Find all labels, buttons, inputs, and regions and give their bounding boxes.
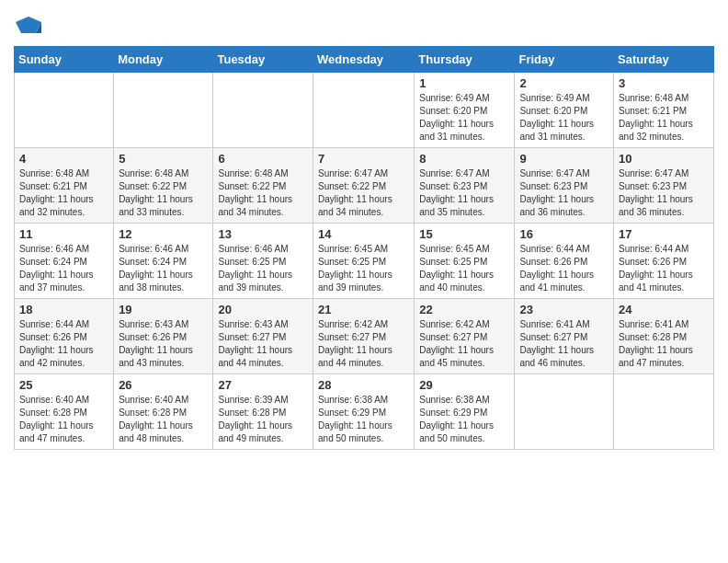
calendar-cell: 16Sunrise: 6:44 AM Sunset: 6:26 PM Dayli… [515,224,614,299]
calendar-cell: 27Sunrise: 6:39 AM Sunset: 6:28 PM Dayli… [213,374,313,450]
day-number: 12 [119,227,208,241]
week-row-5: 25Sunrise: 6:40 AM Sunset: 6:28 PM Dayli… [15,374,714,450]
day-header-saturday: Saturday [614,47,714,73]
day-number: 10 [619,152,709,166]
calendar-cell: 4Sunrise: 6:48 AM Sunset: 6:21 PM Daylig… [15,148,114,224]
day-info: Sunrise: 6:46 AM Sunset: 6:24 PM Dayligh… [119,243,208,294]
day-info: Sunrise: 6:44 AM Sunset: 6:26 PM Dayligh… [619,243,709,294]
day-info: Sunrise: 6:42 AM Sunset: 6:27 PM Dayligh… [419,318,509,370]
day-info: Sunrise: 6:38 AM Sunset: 6:29 PM Dayligh… [419,394,509,445]
calendar-cell: 7Sunrise: 6:47 AM Sunset: 6:22 PM Daylig… [313,148,415,224]
day-number: 13 [218,227,308,241]
calendar-cell: 10Sunrise: 6:47 AM Sunset: 6:23 PM Dayli… [614,148,714,224]
day-number: 29 [419,378,509,392]
day-info: Sunrise: 6:47 AM Sunset: 6:22 PM Dayligh… [318,167,409,219]
week-row-3: 11Sunrise: 6:46 AM Sunset: 6:24 PM Dayli… [15,224,714,299]
day-number: 4 [19,152,108,166]
day-info: Sunrise: 6:48 AM Sunset: 6:21 PM Dayligh… [619,92,709,144]
day-info: Sunrise: 6:47 AM Sunset: 6:23 PM Dayligh… [619,167,709,219]
calendar-cell: 14Sunrise: 6:45 AM Sunset: 6:25 PM Dayli… [313,224,415,299]
calendar-cell: 17Sunrise: 6:44 AM Sunset: 6:26 PM Dayli… [614,224,714,299]
day-info: Sunrise: 6:48 AM Sunset: 6:21 PM Dayligh… [19,167,108,219]
day-number: 28 [318,378,409,392]
day-info: Sunrise: 6:40 AM Sunset: 6:28 PM Dayligh… [119,394,208,445]
day-number: 15 [419,227,509,241]
day-info: Sunrise: 6:49 AM Sunset: 6:20 PM Dayligh… [519,92,609,144]
calendar-cell: 23Sunrise: 6:41 AM Sunset: 6:27 PM Dayli… [515,299,614,374]
calendar-cell: 24Sunrise: 6:41 AM Sunset: 6:28 PM Dayli… [614,299,714,374]
calendar-cell: 8Sunrise: 6:47 AM Sunset: 6:23 PM Daylig… [415,148,515,224]
day-number: 17 [619,227,709,241]
day-info: Sunrise: 6:41 AM Sunset: 6:27 PM Dayligh… [519,318,609,370]
day-number: 11 [19,227,108,241]
day-header-wednesday: Wednesday [313,47,415,73]
header [14,9,714,39]
calendar-cell: 3Sunrise: 6:48 AM Sunset: 6:21 PM Daylig… [614,73,714,148]
day-number: 20 [218,303,308,316]
day-info: Sunrise: 6:48 AM Sunset: 6:22 PM Dayligh… [119,167,208,219]
week-row-1: 1Sunrise: 6:49 AM Sunset: 6:20 PM Daylig… [15,73,714,148]
day-info: Sunrise: 6:45 AM Sunset: 6:25 PM Dayligh… [318,243,409,294]
day-header-sunday: Sunday [15,47,114,73]
calendar-cell: 25Sunrise: 6:40 AM Sunset: 6:28 PM Dayli… [15,374,114,450]
day-info: Sunrise: 6:47 AM Sunset: 6:23 PM Dayligh… [419,167,509,219]
day-info: Sunrise: 6:41 AM Sunset: 6:28 PM Dayligh… [619,318,709,370]
day-info: Sunrise: 6:38 AM Sunset: 6:29 PM Dayligh… [318,394,409,445]
calendar-cell: 13Sunrise: 6:46 AM Sunset: 6:25 PM Dayli… [213,224,313,299]
day-info: Sunrise: 6:49 AM Sunset: 6:20 PM Dayligh… [419,92,509,144]
day-number: 14 [318,227,409,241]
calendar-cell: 19Sunrise: 6:43 AM Sunset: 6:26 PM Dayli… [114,299,213,374]
day-header-thursday: Thursday [415,47,515,73]
logo-icon [16,13,41,39]
day-info: Sunrise: 6:40 AM Sunset: 6:28 PM Dayligh… [19,394,108,445]
calendar-cell: 28Sunrise: 6:38 AM Sunset: 6:29 PM Dayli… [313,374,415,450]
day-number: 26 [119,378,208,392]
day-info: Sunrise: 6:48 AM Sunset: 6:22 PM Dayligh… [218,167,308,219]
calendar-cell: 2Sunrise: 6:49 AM Sunset: 6:20 PM Daylig… [515,73,614,148]
day-number: 7 [318,152,409,166]
day-info: Sunrise: 6:39 AM Sunset: 6:28 PM Dayligh… [218,394,308,445]
day-number: 3 [619,76,709,90]
calendar-cell: 11Sunrise: 6:46 AM Sunset: 6:24 PM Dayli… [15,224,114,299]
week-row-2: 4Sunrise: 6:48 AM Sunset: 6:21 PM Daylig… [15,148,714,224]
day-info: Sunrise: 6:43 AM Sunset: 6:27 PM Dayligh… [218,318,308,370]
calendar-cell: 29Sunrise: 6:38 AM Sunset: 6:29 PM Dayli… [415,374,515,450]
day-number: 9 [519,152,609,166]
calendar-cell: 15Sunrise: 6:45 AM Sunset: 6:25 PM Dayli… [415,224,515,299]
calendar-cell: 20Sunrise: 6:43 AM Sunset: 6:27 PM Dayli… [213,299,313,374]
calendar-cell: 18Sunrise: 6:44 AM Sunset: 6:26 PM Dayli… [15,299,114,374]
calendar-cell [614,374,714,450]
day-number: 25 [19,378,108,392]
day-number: 5 [119,152,208,166]
logo [14,13,41,39]
calendar-cell: 26Sunrise: 6:40 AM Sunset: 6:28 PM Dayli… [114,374,213,450]
calendar-cell: 21Sunrise: 6:42 AM Sunset: 6:27 PM Dayli… [313,299,415,374]
day-header-tuesday: Tuesday [213,47,313,73]
day-info: Sunrise: 6:45 AM Sunset: 6:25 PM Dayligh… [419,243,509,294]
day-header-monday: Monday [114,47,213,73]
week-row-4: 18Sunrise: 6:44 AM Sunset: 6:26 PM Dayli… [15,299,714,374]
day-number: 22 [419,303,509,316]
day-number: 18 [19,303,108,316]
calendar-cell [313,73,415,148]
day-info: Sunrise: 6:46 AM Sunset: 6:25 PM Dayligh… [218,243,308,294]
day-number: 16 [519,227,609,241]
day-header-friday: Friday [515,47,614,73]
calendar-cell: 6Sunrise: 6:48 AM Sunset: 6:22 PM Daylig… [213,148,313,224]
day-number: 6 [218,152,308,166]
calendar-cell: 5Sunrise: 6:48 AM Sunset: 6:22 PM Daylig… [114,148,213,224]
calendar-cell [114,73,213,148]
calendar-table: SundayMondayTuesdayWednesdayThursdayFrid… [14,46,714,450]
day-number: 8 [419,152,509,166]
calendar-cell [15,73,114,148]
calendar-cell: 9Sunrise: 6:47 AM Sunset: 6:23 PM Daylig… [515,148,614,224]
day-info: Sunrise: 6:44 AM Sunset: 6:26 PM Dayligh… [519,243,609,294]
day-number: 2 [519,76,609,90]
day-info: Sunrise: 6:46 AM Sunset: 6:24 PM Dayligh… [19,243,108,294]
day-number: 21 [318,303,409,316]
day-info: Sunrise: 6:44 AM Sunset: 6:26 PM Dayligh… [19,318,108,370]
day-number: 27 [218,378,308,392]
calendar-cell: 22Sunrise: 6:42 AM Sunset: 6:27 PM Dayli… [415,299,515,374]
day-number: 19 [119,303,208,316]
calendar-cell [515,374,614,450]
